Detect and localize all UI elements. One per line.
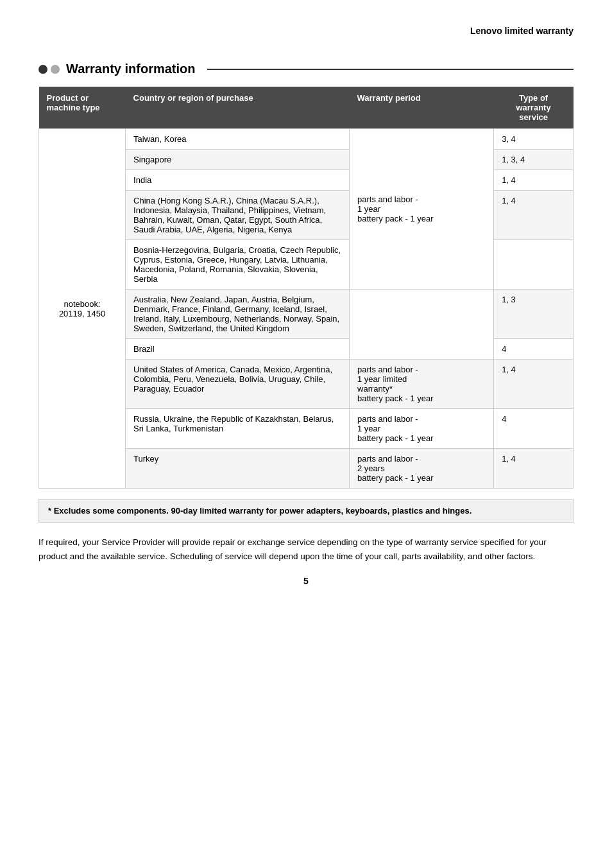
page-header: Lenovo limited warranty xyxy=(38,26,574,36)
cell-type: 1, 4 xyxy=(494,191,574,240)
cell-type: 4 xyxy=(494,339,574,360)
section-line xyxy=(207,69,574,70)
cell-country: United States of America, Canada, Mexico… xyxy=(126,360,350,409)
table-row: notebook: 20119, 1450Taiwan, Koreaparts … xyxy=(39,129,574,150)
col-header-product: Product or machine type xyxy=(39,87,126,129)
section-title-text: Warranty information xyxy=(66,62,196,76)
cell-type xyxy=(494,240,574,290)
body-paragraph: If required, your Service Provider will … xyxy=(38,535,574,563)
page-number: 5 xyxy=(38,576,574,586)
cell-type: 1, 4 xyxy=(494,170,574,191)
footnote-box: * Excludes some components. 90-day limit… xyxy=(38,499,574,523)
col-header-type: Type of warranty service xyxy=(494,87,574,129)
cell-country: Turkey xyxy=(126,449,350,489)
cell-country: Brazil xyxy=(126,339,350,360)
table-header-row: Product or machine type Country or regio… xyxy=(39,87,574,129)
cell-country: Taiwan, Korea xyxy=(126,129,350,150)
cell-type: 3, 4 xyxy=(494,129,574,150)
cell-country: Australia, New Zealand, Japan, Austria, … xyxy=(126,290,350,339)
cell-country: China (Hong Kong S.A.R.), China (Macau S… xyxy=(126,191,350,240)
section-heading: Warranty information xyxy=(38,62,574,76)
cell-warranty: parts and labor - 1 year limited warrant… xyxy=(350,360,494,409)
cell-warranty: parts and labor - 1 year battery pack - … xyxy=(350,409,494,449)
col-header-warranty: Warranty period xyxy=(350,87,494,129)
cell-type: 1, 4 xyxy=(494,360,574,409)
cell-country: Singapore xyxy=(126,150,350,170)
section-dots xyxy=(38,65,60,74)
cell-product: notebook: 20119, 1450 xyxy=(39,129,126,489)
cell-warranty: parts and labor - 2 years battery pack -… xyxy=(350,449,494,489)
cell-country: Russia, Ukraine, the Republic of Kazakhs… xyxy=(126,409,350,449)
cell-warranty xyxy=(350,290,494,360)
col-header-country: Country or region of purchase xyxy=(126,87,350,129)
cell-warranty: parts and labor - 1 year battery pack - … xyxy=(350,129,494,290)
cell-type: 4 xyxy=(494,409,574,449)
dot-light xyxy=(51,65,60,74)
footnote-text: * Excludes some components. 90-day limit… xyxy=(48,506,472,516)
cell-type: 1, 3 xyxy=(494,290,574,339)
dot-dark xyxy=(38,65,47,74)
header-title: Lenovo limited warranty xyxy=(470,26,574,36)
cell-country: Bosnia-Herzegovina, Bulgaria, Croatia, C… xyxy=(126,240,350,290)
cell-type: 1, 3, 4 xyxy=(494,150,574,170)
cell-country: India xyxy=(126,170,350,191)
warranty-table: Product or machine type Country or regio… xyxy=(38,87,574,489)
cell-type: 1, 4 xyxy=(494,449,574,489)
